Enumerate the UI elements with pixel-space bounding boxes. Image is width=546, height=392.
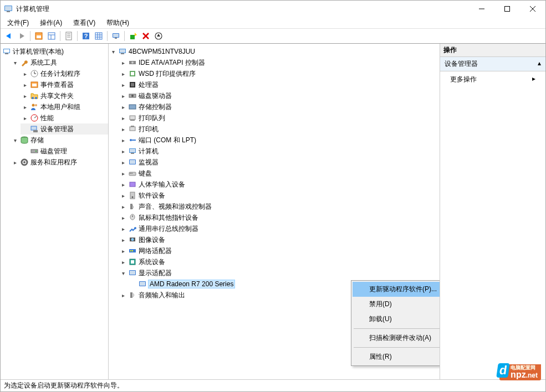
cm-properties[interactable]: 属性(R): [353, 349, 440, 364]
tool-scan[interactable]: [127, 30, 139, 42]
chevron-down-icon[interactable]: ▾: [12, 137, 18, 143]
device-category[interactable]: ▸声音、视频和游戏控制器: [119, 201, 440, 212]
node-disk-mgmt[interactable]: ▸磁盘管理: [21, 146, 108, 157]
chevron-right-icon[interactable]: ▸: [22, 92, 28, 99]
chevron-right-icon[interactable]: ▸: [120, 115, 126, 121]
chevron-right-icon[interactable]: ▸: [120, 236, 126, 243]
node-system-tools[interactable]: ▾ 系统工具: [11, 57, 108, 68]
device-category-icon: [128, 147, 137, 156]
cm-update-driver[interactable]: 更新驱动程序软件(P)...: [353, 282, 440, 297]
cm-scan[interactable]: 扫描检测硬件改动(A): [353, 331, 440, 345]
chevron-right-icon[interactable]: ▸: [120, 92, 126, 99]
tool-spreadsheet[interactable]: [93, 30, 105, 42]
chevron-down-icon[interactable]: ▾: [110, 48, 116, 55]
device-category[interactable]: ▸IDE ATA/ATAPI 控制器: [119, 57, 440, 68]
menu-file[interactable]: 文件(F): [3, 17, 33, 29]
actions-section[interactable]: 设备管理器 ▴: [440, 57, 545, 71]
device-category-icon: [128, 114, 137, 122]
chevron-right-icon[interactable]: ▸: [22, 70, 28, 77]
tool-show-hide[interactable]: [33, 30, 45, 42]
back-button[interactable]: [3, 30, 15, 42]
tool-delete[interactable]: [140, 30, 152, 42]
chevron-right-icon[interactable]: ▸: [120, 247, 126, 254]
tool-help[interactable]: ?: [80, 30, 92, 42]
folder-share-icon: [30, 91, 39, 100]
chevron-right-icon[interactable]: ▸: [120, 70, 126, 77]
chevron-right-icon[interactable]: ▸: [120, 159, 126, 166]
node-label: 软件设备: [139, 191, 165, 200]
node-label: 鼠标和其他指针设备: [139, 213, 198, 223]
device-category[interactable]: ▸端口 (COM 和 LPT): [119, 135, 440, 146]
device-category[interactable]: ▸人体学输入设备: [119, 179, 440, 190]
perf-icon: [30, 114, 39, 122]
chevron-right-icon[interactable]: ▸: [120, 137, 126, 143]
cm-uninstall[interactable]: 卸载(U): [353, 312, 440, 327]
chevron-right-icon[interactable]: ▸: [120, 59, 126, 66]
chevron-right-icon[interactable]: ▸: [120, 192, 126, 199]
chevron-right-icon[interactable]: ▸: [120, 170, 126, 177]
node-label: 本地用户和组: [40, 102, 80, 112]
device-category-icon: [128, 257, 137, 266]
svg-point-52: [35, 151, 37, 152]
dev-root[interactable]: ▾ 4BCWPM51NTV8JUU: [109, 46, 440, 57]
node-storage[interactable]: ▾存储: [11, 135, 108, 146]
chevron-right-icon[interactable]: ▸: [120, 148, 126, 154]
chevron-right-icon[interactable]: ▸: [120, 81, 126, 88]
forward-button[interactable]: [16, 30, 28, 42]
chevron-down-icon[interactable]: ▾: [12, 59, 18, 66]
chevron-right-icon[interactable]: ▸: [12, 159, 18, 166]
menu-action[interactable]: 操作(A): [35, 17, 67, 29]
device-category[interactable]: ▸图像设备: [119, 234, 440, 245]
chevron-right-icon[interactable]: ▸: [120, 181, 126, 188]
device-tree[interactable]: ▾ 4BCWPM51NTV8JUU ▸IDE ATA/ATAPI 控制器▸WSD…: [109, 44, 440, 379]
device-category[interactable]: ▸存储控制器: [119, 101, 440, 112]
node-local-users[interactable]: ▸本地用户和组: [21, 101, 108, 112]
device-category[interactable]: ▸监视器: [119, 157, 440, 168]
device-category[interactable]: ▸磁盘驱动器: [119, 90, 440, 101]
chevron-right-icon[interactable]: ▸: [120, 126, 126, 132]
device-category[interactable]: ▸处理器: [119, 79, 440, 90]
chevron-right-icon[interactable]: ▸: [22, 104, 28, 110]
node-device-manager[interactable]: ▸设备管理器: [21, 123, 108, 135]
close-button[interactable]: [520, 1, 545, 17]
node-label: 人体学输入设备: [139, 180, 185, 189]
device-category[interactable]: ▸软件设备: [119, 190, 440, 201]
maximize-button[interactable]: [494, 1, 520, 17]
cm-disable[interactable]: 禁用(D): [353, 297, 440, 312]
chevron-right-icon[interactable]: ▸: [22, 81, 28, 88]
menu-view[interactable]: 查看(V): [69, 17, 100, 29]
console-tree[interactable]: 计算机管理(本地) ▾ 系统工具 ▸任务计划程序 ▸事件查看器 ▸共享文件夹: [1, 44, 109, 379]
device-category[interactable]: ▸打印机: [119, 123, 440, 135]
tool-update[interactable]: [152, 30, 165, 42]
device-category[interactable]: ▸WSD 打印提供程序: [119, 68, 440, 79]
chevron-right-icon[interactable]: ▸: [120, 203, 126, 210]
chevron-right-icon[interactable]: ▸: [120, 225, 126, 232]
chevron-down-icon[interactable]: ▾: [120, 270, 126, 276]
menu-help[interactable]: 帮助(H): [102, 17, 134, 29]
device-category[interactable]: ▸计算机: [119, 146, 440, 157]
tool-monitor[interactable]: [110, 30, 122, 42]
chevron-right-icon[interactable]: ▸: [120, 104, 126, 110]
actions-more[interactable]: 更多操作 ▸: [440, 71, 545, 87]
device-category[interactable]: ▸通用串行总线控制器: [119, 223, 440, 234]
chevron-right-icon[interactable]: ▸: [120, 292, 126, 298]
node-event-viewer[interactable]: ▸事件查看器: [21, 79, 108, 90]
chevron-right-icon[interactable]: ▸: [22, 115, 28, 121]
device-category[interactable]: ▸网络适配器: [119, 245, 440, 256]
svg-rect-14: [66, 32, 72, 40]
minimize-button[interactable]: [469, 1, 494, 17]
chevron-right-icon[interactable]: ▸: [120, 259, 126, 265]
node-shared-folders[interactable]: ▸共享文件夹: [21, 90, 108, 101]
device-category[interactable]: ▸鼠标和其他指针设备: [119, 212, 440, 223]
device-category[interactable]: ▸系统设备: [119, 256, 440, 267]
node-task-scheduler[interactable]: ▸任务计划程序: [21, 68, 108, 79]
node-root[interactable]: 计算机管理(本地): [1, 46, 108, 57]
device-category-display-adapters[interactable]: ▾显示适配器: [119, 267, 440, 278]
chevron-right-icon[interactable]: ▸: [120, 214, 126, 221]
tool-window[interactable]: [45, 30, 58, 42]
node-performance[interactable]: ▸性能: [21, 112, 108, 123]
device-category[interactable]: ▸键盘: [119, 168, 440, 179]
node-services-apps[interactable]: ▸服务和应用程序: [11, 157, 108, 168]
device-category[interactable]: ▸打印队列: [119, 112, 440, 123]
tool-properties[interactable]: [63, 30, 75, 42]
